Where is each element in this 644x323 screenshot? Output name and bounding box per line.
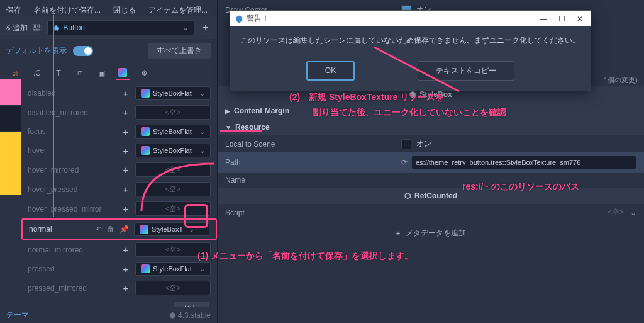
dialog-title-text: 警告！ bbox=[247, 13, 269, 24]
style-item-focus: focus + StyleBoxFlat⌄ bbox=[21, 122, 217, 141]
local-to-scene-checkbox[interactable] bbox=[401, 139, 411, 149]
chevron-down-icon: ⌄ bbox=[199, 147, 205, 155]
section-resource[interactable]: ▼ Resource bbox=[218, 119, 644, 135]
chevron-down-icon: ⌄ bbox=[199, 265, 205, 273]
name-label: Name bbox=[225, 176, 401, 184]
style-item-disabled: disabled + StyleBoxFlat⌄ bbox=[21, 84, 217, 103]
style-item-normal-mirrored: normal_mirrored + <空> bbox=[21, 240, 217, 259]
script-empty[interactable]: <空> bbox=[608, 207, 624, 218]
pin-icon[interactable]: 📌 bbox=[118, 224, 130, 235]
add-button[interactable]: + bbox=[120, 164, 131, 176]
reload-icon[interactable]: ⟳ bbox=[401, 158, 408, 167]
dialog-titlebar[interactable]: ⬢ 警告！ — ☐ ✕ bbox=[230, 11, 591, 26]
stylebox-icon bbox=[141, 89, 150, 98]
script-label: Script bbox=[225, 208, 401, 217]
tab-constant-icon[interactable]: .C bbox=[30, 66, 44, 80]
style-item-hover-mirrored: hover_mirrored + <空> bbox=[21, 160, 217, 179]
preview-swatch-yellow bbox=[0, 132, 21, 195]
tab-fontsize-icon[interactable]: fT bbox=[73, 66, 87, 80]
style-value-normal[interactable]: StyleBoxT⌄ bbox=[134, 222, 209, 236]
chevron-right-icon: ▶ bbox=[225, 108, 230, 115]
style-item-hover-pressed-mirrored: hover_pressed_mirror + <空> bbox=[21, 199, 217, 218]
stylebox-icon bbox=[141, 264, 150, 273]
add-button[interactable]: + bbox=[120, 145, 131, 156]
add-button[interactable]: + bbox=[120, 107, 131, 118]
style-value-empty[interactable]: <空> bbox=[135, 105, 211, 120]
chevron-down-icon: ⌄ bbox=[630, 208, 636, 217]
theme-link[interactable]: テーマ bbox=[6, 310, 29, 320]
style-value-empty[interactable]: <空> bbox=[135, 162, 211, 177]
revert-icon[interactable]: ↶ bbox=[94, 224, 103, 235]
style-value-empty[interactable]: <空> bbox=[135, 281, 211, 295]
type-label: 型: bbox=[33, 23, 42, 33]
style-value-empty[interactable]: <空> bbox=[135, 242, 211, 257]
add-label: を追加 bbox=[5, 23, 28, 33]
style-item-pressed-mirrored: pressed_mirrored + <空> bbox=[21, 278, 217, 298]
version-label: ⬢4.3.stable bbox=[169, 311, 211, 320]
style-value-disabled[interactable]: StyleBoxFlat⌄ bbox=[135, 86, 211, 100]
changes-label: 1個の変更) bbox=[604, 76, 638, 85]
style-value-pressed[interactable]: StyleBoxFlat⌄ bbox=[135, 262, 211, 276]
maximize-button[interactable]: ☐ bbox=[556, 14, 568, 23]
stylebox-icon: ⬢ bbox=[409, 90, 416, 99]
tab-tools-icon[interactable]: ⚙ bbox=[137, 66, 151, 80]
warning-dialog: ⬢ 警告！ — ☐ ✕ このリソースは編集したシーンに属していないため保存できま… bbox=[230, 10, 591, 91]
plus-icon: + bbox=[396, 229, 400, 238]
style-value-hover[interactable]: StyleBoxFlat⌄ bbox=[135, 144, 211, 157]
godot-icon: ⬢ bbox=[235, 14, 243, 24]
chevron-down-icon: ⌄ bbox=[199, 128, 205, 136]
defaults-toggle[interactable] bbox=[73, 46, 93, 56]
style-item-normal: normal ↶ 🗑 📌 StyleBoxT⌄ bbox=[21, 218, 217, 240]
refcounted-icon: ⬡ bbox=[404, 191, 411, 200]
dialog-message: このリソースは編集したシーンに属していないため保存できません。まずユニーク化して… bbox=[230, 26, 591, 55]
tab-stylebox-icon[interactable] bbox=[116, 66, 130, 80]
chevron-down-icon: ⌄ bbox=[182, 23, 189, 32]
preview-swatch-pink bbox=[0, 79, 21, 105]
add-button[interactable]: + bbox=[120, 126, 131, 137]
type-dropdown[interactable]: ◉ Button ⌄ bbox=[47, 20, 194, 35]
show-defaults-link[interactable]: デフォルトを表示 bbox=[6, 45, 67, 56]
chevron-down-icon: ▼ bbox=[225, 124, 231, 131]
copy-text-button[interactable]: テキストをコピー bbox=[418, 61, 514, 81]
local-to-scene-label: Local to Scene bbox=[225, 140, 401, 149]
preview-swatch-dark bbox=[0, 106, 21, 131]
godot-icon: ⬢ bbox=[169, 311, 175, 320]
style-item-pressed: pressed + StyleBoxFlat⌄ bbox=[21, 259, 217, 278]
style-value-empty[interactable]: <空> bbox=[135, 201, 211, 216]
type-value: Button bbox=[63, 23, 85, 32]
chevron-down-icon: ⌄ bbox=[199, 89, 205, 98]
style-value-empty[interactable]: <空> bbox=[135, 182, 211, 196]
path-label: Path bbox=[225, 158, 401, 167]
add-button[interactable]: + bbox=[120, 184, 131, 195]
add-type-button[interactable]: + bbox=[199, 21, 212, 34]
delete-icon[interactable]: 🗑 bbox=[106, 224, 116, 235]
section-content-margin[interactable]: ▶ Content Margin bbox=[218, 103, 644, 119]
add-button[interactable]: + bbox=[120, 283, 131, 294]
minimize-button[interactable]: — bbox=[537, 14, 550, 23]
local-to-scene-value: オン bbox=[416, 139, 431, 149]
style-item-hover: hover + StyleBoxFlat⌄ bbox=[21, 141, 217, 160]
override-all-button[interactable]: すべて上書き bbox=[148, 43, 211, 59]
stylebox-icon bbox=[141, 146, 150, 155]
close-button[interactable]: ✕ bbox=[574, 14, 586, 23]
tab-color-icon[interactable]: clr bbox=[9, 66, 23, 80]
add-button[interactable]: + bbox=[120, 203, 131, 215]
stylebox-icon bbox=[140, 225, 148, 234]
add-button[interactable]: + bbox=[120, 263, 131, 275]
style-value-focus[interactable]: StyleBoxFlat⌄ bbox=[135, 125, 211, 139]
add-metadata-button[interactable]: + メタデータを追加 bbox=[392, 224, 469, 242]
tab-font-icon[interactable]: T bbox=[52, 66, 65, 80]
tab-icon-icon[interactable]: ▣ bbox=[94, 66, 108, 80]
stylebox-icon bbox=[141, 127, 150, 136]
path-input[interactable] bbox=[411, 156, 636, 169]
add-button[interactable]: + bbox=[120, 244, 131, 256]
style-item-hover-pressed: hover_pressed + <空> bbox=[21, 179, 217, 199]
add-button[interactable]: + bbox=[120, 88, 131, 99]
chevron-down-icon: ⌄ bbox=[189, 225, 194, 234]
style-item-disabled-mirrored: disabled_mirrored + <空> bbox=[21, 103, 217, 122]
section-refcounted[interactable]: ⬡ RefCounted bbox=[218, 188, 644, 204]
ok-button[interactable]: OK bbox=[306, 61, 355, 81]
